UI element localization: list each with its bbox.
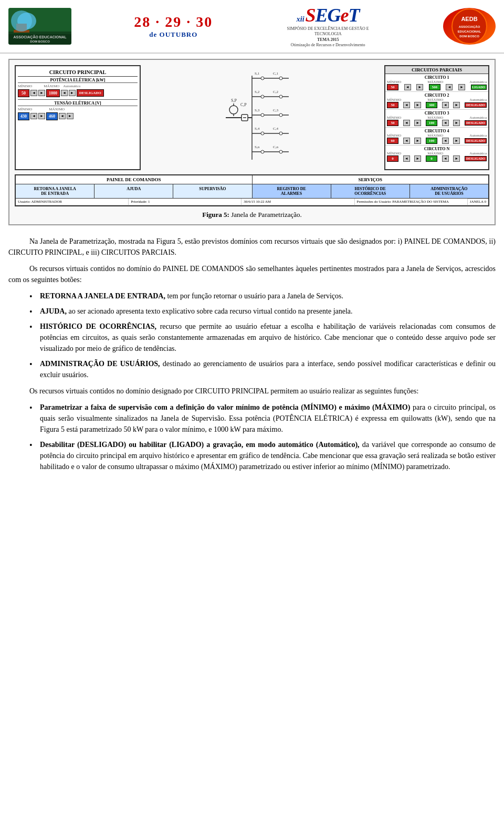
intro-paragraph: Na Janela de Parametrização, mostrada na… (8, 236, 496, 258)
logo-right: AEDB ASSOCIAÇÃO EDUCACIONAL DOM BOSCO (443, 8, 496, 45)
btn-retorna[interactable]: RETORNA A JANELADE ENTRADA (16, 184, 94, 198)
svg-text:ASSOCIAÇÃO EDUCACIONAL: ASSOCIAÇÃO EDUCACIONAL (13, 35, 67, 39)
circuit-2-title: CIRCUITO 2 (387, 93, 487, 98)
circuit-n: CIRCUITO N MÍNIMO MÁXIMO Automática 0 ◄ … (385, 145, 488, 163)
event-roman: xii (297, 15, 304, 24)
svg-text:S,4: S,4 (255, 127, 260, 131)
power-max-up[interactable]: ► (69, 90, 76, 96)
circuitos-parciais: CIRCUITOS PARCIAIS CIRCUITO 1 MÍNIMO MÁX… (384, 65, 489, 170)
svg-text:S,P: S,P (231, 98, 237, 103)
circuito-principal: CIRCUITO PRINCIPAL POTÊNCIA ELÉTRICA [kW… (15, 65, 141, 170)
bullet-item-4: ADMINISTRAÇÃO DE USUÁRIOS, destinado ao … (29, 358, 496, 380)
voltage-label: TENSÃO ELÉTRICA [V] (18, 101, 138, 106)
power-min-down[interactable]: ◄ (30, 90, 37, 96)
date-text: 28 · 29 · 30 (134, 14, 213, 30)
power-min-value[interactable]: 50 (18, 89, 29, 97)
circuit-3-controls: 50 ◄ ► 100 ◄ ► DESLIGADO (387, 120, 487, 126)
bullet-item-3: HISTÓRICO DE OCORRÊNCIAS, recurso que pe… (29, 321, 496, 354)
circuit-2: CIRCUITO 2 MÍNIMO MÁXIMO Automática 50 ◄… (385, 92, 488, 110)
bullet-list-1: RETORNA A JANELA DE ENTRADA, tem por fun… (29, 290, 496, 380)
svg-text:C,1: C,1 (273, 71, 278, 76)
svg-text:S,2: S,2 (255, 90, 260, 94)
svg-text:DOM BOSCO: DOM BOSCO (459, 35, 479, 38)
panel-title: PAINEL DE COMANDOS (16, 175, 253, 184)
power-min-label: MÍNIMO (18, 84, 32, 88)
bullet1-text: tem por função retornar o usuário para a… (165, 292, 343, 300)
parciais-title: CIRCUITOS PARCIAIS (385, 66, 488, 74)
paragraph3-text: Os recursos virtuais contidos no domínio… (29, 387, 418, 395)
bullet4-label: ADMINISTRAÇÃO DE USUÁRIOS, (40, 360, 160, 368)
page-header: ASSOCIAÇÃO EDUCACIONAL DOM BOSCO 28 · 29… (0, 0, 504, 54)
svg-text:S,1: S,1 (255, 71, 260, 76)
main-circuit-title: CIRCUITO PRINCIPAL (18, 68, 138, 77)
intro-text: Na Janela de Parametrização, mostrada na… (8, 237, 496, 256)
voltage-values: 430 ◄ ► 460 ◄ ► (18, 112, 138, 120)
circuit-1-labels: MÍNIMO MÁXIMO Automática (387, 80, 487, 84)
circuit-n-controls: 0 ◄ ► 0 ◄ ► DESLIGADO (387, 155, 487, 162)
event-name: SEGeT (306, 4, 360, 26)
btn-historico[interactable]: HISTÓRICO DEOCORRÊNCIAS (331, 184, 410, 198)
circuit-2-controls: 50 ◄ ► 300 ◄ ► DESLIGADO (387, 102, 487, 108)
btn-registro[interactable]: REGISTRO DEALARMES (253, 184, 331, 198)
svg-text:DOM BOSCO: DOM BOSCO (30, 40, 50, 43)
command-panel-header: PAINEL DE COMANDOS SERVIÇOS (16, 175, 488, 184)
bullet3-label: HISTÓRICO DE OCORRÊNCIAS, (40, 323, 156, 330)
main-content: Na Janela de Parametrização, mostrada na… (0, 231, 504, 483)
bullet-list-2: Parametrizar a faixa de supervisão com a… (29, 402, 496, 472)
prioridade-cell: Prioridade: 1 (129, 199, 242, 205)
bullet-item-1: RETORNA A JANELA DE ENTRADA, tem por fun… (29, 290, 496, 301)
svg-text:C,P: C,P (240, 102, 247, 107)
circuit-4-controls: 60 ◄ ► 100 ◄ ► DESLIGADO (387, 138, 487, 144)
circuit-2-labels: MÍNIMO MÁXIMO Automática (387, 98, 487, 102)
voltage-max-down[interactable]: ◄ (59, 113, 66, 119)
event-branding: xii SEGeT SIMPÓSIO DE EXCELÊNCIA EM GEST… (276, 4, 381, 48)
power-group: POTÊNCIA ELÉTRICA [kW] MÍNIMO MÁXIMO Aut… (18, 78, 138, 97)
caption-text: Janela de Parametrização. (229, 211, 302, 219)
bullet2-text: ao ser acionado apresenta texto explicat… (67, 307, 353, 315)
voltage-max-up[interactable]: ► (67, 113, 74, 119)
svg-point-42 (261, 150, 264, 153)
services-title: SERVIÇOS (253, 175, 489, 184)
circuit-svg: S,P C,P S,1 C,1 S,2 C,2 (146, 65, 379, 170)
caption-prefix: Figura 5: (202, 211, 229, 219)
btn-supervisao[interactable]: SUPERVISÃO (173, 184, 252, 198)
power-min-up[interactable]: ► (38, 90, 45, 96)
bullet1-label: RETORNA A JANELA DE ENTRADA, (40, 292, 165, 300)
power-max-label: MÁXIMO (44, 84, 59, 88)
svg-text:ASSOCIAÇÃO: ASSOCIAÇÃO (459, 25, 480, 28)
event-subtitle: SIMPÓSIO DE EXCELÊNCIA EM GESTÃO E TECNO… (276, 26, 381, 48)
voltage-max-value[interactable]: 460 (46, 112, 58, 120)
bullet-item-2: AJUDA, ao ser acionado apresenta texto e… (29, 306, 496, 317)
btn-ajuda[interactable]: AJUDA (94, 184, 173, 198)
voltage-min-up[interactable]: ► (38, 113, 45, 119)
svg-point-32 (261, 113, 264, 117)
svg-text:C,3: C,3 (273, 108, 278, 112)
paragraph-2: Os recursos virtuais contidos no domínio… (8, 263, 496, 285)
svg-rect-2 (8, 32, 71, 45)
svg-rect-6 (16, 24, 27, 31)
header-center: 28 · 29 · 30 de OUTUBRO (134, 14, 213, 39)
command-buttons: RETORNA A JANELADE ENTRADA AJUDA SUPERVI… (16, 184, 488, 199)
svg-point-14 (229, 106, 238, 114)
circuit-4-labels: MÍNIMO MÁXIMO Automática (387, 133, 487, 138)
power-max-down[interactable]: ◄ (61, 90, 68, 96)
datetime-cell: 30/6/15 10:22 AM (242, 199, 354, 205)
permissoes-cell: Permissões do Usuário: PARAMETRIZAÇÃO DO… (355, 199, 468, 205)
btn-admin[interactable]: ADMINISTRAÇÃODE USUÁRIOS (410, 184, 488, 198)
circuit-n-labels: MÍNIMO MÁXIMO Automática (387, 151, 487, 155)
circuit-3-labels: MÍNIMO MÁXIMO Automática (387, 116, 487, 120)
event-date: 28 · 29 · 30 (134, 14, 213, 30)
svg-text:AEDB: AEDB (461, 16, 477, 22)
voltage-min-value[interactable]: 430 (18, 112, 29, 120)
power-status[interactable]: DESLIGADO (77, 89, 104, 97)
power-auto-label: Automático (63, 84, 80, 88)
svg-point-35 (279, 113, 282, 117)
usuario-cell: Usuário: ADMINISTRADOR (16, 199, 129, 205)
power-max-value[interactable]: 1000 (46, 89, 60, 97)
svg-rect-5 (14, 30, 29, 33)
circuit-4: CIRCUITO 4 MÍNIMO MÁXIMO Automática 60 ◄… (385, 128, 488, 145)
svg-text:C,4: C,4 (273, 127, 278, 131)
voltage-min-down[interactable]: ◄ (30, 113, 37, 119)
bullet-item-5: Parametrizar a faixa de supervisão com a… (29, 402, 496, 435)
circuit-3: CIRCUITO 3 MÍNIMO MÁXIMO Automática 50 ◄… (385, 110, 488, 128)
